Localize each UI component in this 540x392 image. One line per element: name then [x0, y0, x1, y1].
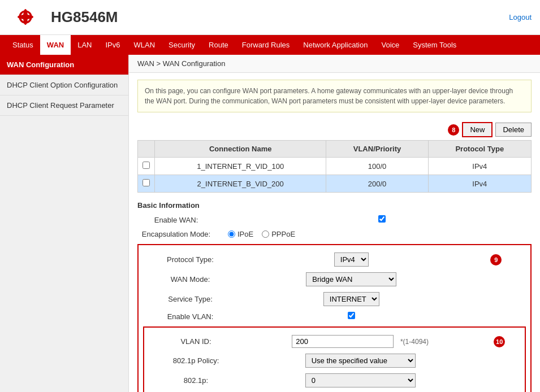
- protocol-value: IPv4: [234, 250, 465, 269]
- nav-system-tools[interactable]: System Tools: [406, 35, 463, 55]
- btn-row: 8 New Delete: [137, 122, 532, 137]
- badge10-cell: 10: [477, 332, 520, 351]
- row1-vlan: 100/0: [326, 158, 428, 175]
- encap-row: Encapsulation Mode: IPoE PPPoE: [129, 227, 540, 241]
- service-select[interactable]: INTERNET: [323, 292, 379, 306]
- enable-wan-label: Enable WAN:: [129, 212, 219, 227]
- vlan-id-input[interactable]: [292, 335, 394, 348]
- policy-802-select[interactable]: Use the specified value Copy from inner …: [305, 354, 416, 368]
- device-name: HG8546M: [51, 8, 118, 26]
- protocol-row: Protocol Type: IPv4 9: [143, 250, 526, 269]
- nav-ipv6[interactable]: IPv6: [99, 35, 127, 55]
- nav-network-app[interactable]: Network Application: [296, 35, 374, 55]
- enable-wan-row: Enable WAN:: [129, 212, 540, 227]
- nav-voice[interactable]: Voice: [374, 35, 406, 55]
- col-protocol-type: Protocol Type: [428, 141, 531, 158]
- policy-802-value: Use the specified value Copy from inner …: [239, 351, 477, 371]
- col-connection-name: Connection Name: [155, 141, 326, 158]
- wan-mode-row: WAN Mode: Bridge WAN Route WAN: [143, 269, 526, 289]
- sidebar-item-wan-config[interactable]: WAN Configuration: [0, 55, 128, 75]
- service-value: INTERNET: [234, 289, 465, 309]
- enable-vlan-label: Enable VLAN:: [143, 309, 234, 324]
- col-checkbox: [138, 141, 155, 158]
- sidebar-item-dhcp-option[interactable]: DHCP Client Option Configuration: [0, 75, 128, 95]
- basic-form: Enable WAN: Encapsulation Mode: IPoE: [129, 212, 540, 241]
- header-left: HG8546M: [8, 5, 118, 30]
- dot-802-label: 802.1p:: [149, 371, 239, 390]
- encap-pppoe-text: PPPoE: [271, 230, 295, 238]
- nav-wlan[interactable]: WLAN: [127, 35, 162, 55]
- badge-8: 8: [448, 124, 459, 136]
- logo-area: [8, 5, 42, 30]
- content-area: WAN > WAN Configuration On this page, yo…: [129, 55, 540, 392]
- nav-status[interactable]: Status: [6, 35, 40, 55]
- new-button[interactable]: New: [462, 122, 493, 137]
- service-label: Service Type:: [143, 289, 234, 309]
- row1-protocol: IPv4: [428, 158, 531, 175]
- row1-name[interactable]: 1_INTERNET_R_VID_100: [155, 158, 326, 175]
- encap-pppoe-label[interactable]: PPPoE: [262, 230, 295, 238]
- vlan-id-label: VLAN ID:: [149, 332, 239, 351]
- highlight-form: Protocol Type: IPv4 9 WAN Mode: Bridge: [143, 250, 526, 324]
- encap-ipoe-text: IPoE: [237, 230, 253, 238]
- service-row: Service Type: INTERNET: [143, 289, 526, 309]
- row2-vlan: 200/0: [326, 175, 428, 193]
- row2-checkbox[interactable]: [142, 179, 150, 186]
- header: HG8546M Logout: [0, 0, 540, 35]
- row1-checkbox[interactable]: [142, 162, 150, 169]
- vlan-id-value: *(1-4094): [239, 332, 477, 351]
- nav-forward-rules[interactable]: Forward Rules: [235, 35, 297, 55]
- table-area: 8 New Delete Connection Name VLAN/Priori…: [129, 119, 540, 195]
- wan-mode-label: WAN Mode:: [143, 269, 234, 289]
- policy-802-row: 802.1p Policy: Use the specified value C…: [149, 351, 520, 371]
- main-layout: WAN Configuration DHCP Client Option Con…: [0, 55, 540, 392]
- vlan-id-row: VLAN ID: *(1-4094) 10: [149, 332, 520, 351]
- badge-10: 10: [494, 336, 505, 347]
- wan-table: Connection Name VLAN/Priority Protocol T…: [137, 140, 532, 193]
- encap-label: Encapsulation Mode:: [129, 227, 219, 241]
- logout-button[interactable]: Logout: [509, 13, 532, 21]
- enable-vlan-value: [234, 309, 465, 324]
- protocol-select[interactable]: IPv4: [334, 252, 369, 267]
- vlan-id-hint: *(1-4094): [400, 338, 429, 346]
- encap-pppoe-radio[interactable]: [262, 230, 269, 238]
- encap-ipoe-radio[interactable]: [228, 230, 235, 238]
- dot-802-row: 802.1p: 0: [149, 371, 520, 390]
- highlight-box: Protocol Type: IPv4 9 WAN Mode: Bridge: [137, 244, 532, 392]
- vlan-form: VLAN ID: *(1-4094) 10 802.1p Policy:: [149, 332, 520, 392]
- encap-radio-group: IPoE PPPoE: [228, 230, 535, 238]
- enable-vlan-row: Enable VLAN:: [143, 309, 526, 324]
- main-nav: Status WAN LAN IPv6 WLAN Security Route …: [0, 35, 540, 55]
- encap-value: IPoE PPPoE: [219, 227, 540, 241]
- vlan-highlight-box: VLAN ID: *(1-4094) 10 802.1p Policy:: [143, 326, 526, 392]
- nav-lan[interactable]: LAN: [71, 35, 98, 55]
- table-row: 2_INTERNET_B_VID_200 200/0 IPv4: [138, 175, 532, 193]
- encap-ipoe-label[interactable]: IPoE: [228, 230, 253, 238]
- protocol-label: Protocol Type:: [143, 250, 234, 269]
- wan-mode-value: Bridge WAN Route WAN: [234, 269, 465, 289]
- row1-checkbox-cell[interactable]: [138, 158, 155, 175]
- badge-9: 9: [490, 254, 502, 265]
- dot-802-select[interactable]: 0: [305, 373, 416, 387]
- delete-button[interactable]: Delete: [495, 123, 532, 137]
- breadcrumb: WAN > WAN Configuration: [129, 55, 540, 73]
- policy-802-label: 802.1p Policy:: [149, 351, 239, 371]
- badge9-cell: 9: [465, 250, 526, 269]
- basic-info-title: Basic Information: [129, 195, 540, 212]
- row2-name[interactable]: 2_INTERNET_B_VID_200: [155, 175, 326, 193]
- dot-802-value: 0: [239, 371, 477, 390]
- row2-checkbox-cell[interactable]: [138, 175, 155, 193]
- nav-route[interactable]: Route: [202, 35, 235, 55]
- info-box: On this page, you can configure WAN port…: [137, 80, 532, 112]
- huawei-logo: [8, 5, 42, 30]
- sidebar: WAN Configuration DHCP Client Option Con…: [0, 55, 129, 392]
- nav-wan[interactable]: WAN: [40, 35, 71, 55]
- enable-vlan-checkbox[interactable]: [348, 312, 355, 319]
- nav-security[interactable]: Security: [162, 35, 202, 55]
- wan-mode-select[interactable]: Bridge WAN Route WAN: [306, 272, 396, 286]
- row2-protocol: IPv4: [428, 175, 531, 193]
- table-row: 1_INTERNET_R_VID_100 100/0 IPv4: [138, 158, 532, 175]
- sidebar-item-dhcp-request[interactable]: DHCP Client Request Parameter: [0, 95, 128, 116]
- col-vlan-priority: VLAN/Priority: [326, 141, 428, 158]
- enable-wan-checkbox[interactable]: [378, 215, 386, 223]
